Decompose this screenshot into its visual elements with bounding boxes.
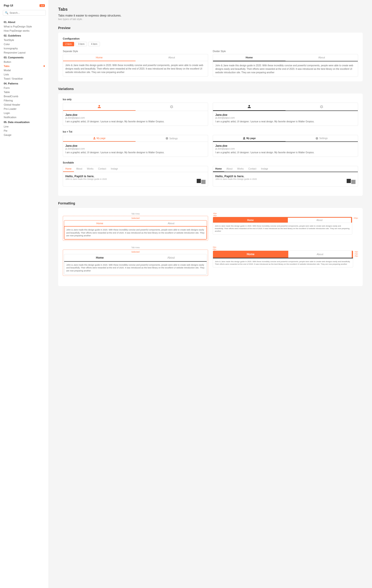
page-subtitle: Tabs make it easier to express deep stru… (58, 14, 363, 17)
scroll-div-contact[interactable]: Contact (246, 166, 258, 172)
scroll-div-instagram[interactable]: Instagr (259, 166, 271, 172)
format-annot-content-2: John & Jane made this design guide in 20… (213, 258, 353, 267)
profile-email-1: ja.doe@papui.com (65, 116, 206, 119)
format-tab-home-1[interactable]: Home (64, 220, 135, 226)
ico-only-divider-col: Jane.doe ja.doe@papui.com I am a graphic… (213, 103, 358, 126)
sidebar-item-table[interactable]: Table (0, 90, 49, 94)
ico-txt-sep-mypage[interactable]: My page (63, 135, 135, 142)
ico-txt-sep-header: My page Settings (63, 135, 208, 142)
sidebar-item-tabs[interactable]: Tabs (0, 64, 49, 68)
scrollable-label: Scrollable (63, 161, 358, 164)
dim-18px: 18px (355, 251, 358, 252)
sidebar-item-button[interactable]: Button (0, 60, 49, 64)
dim-labels-top-2: 32px (213, 246, 353, 248)
sidebar-item-toast[interactable]: Toast / Snackbar (0, 76, 49, 81)
separate-tab-about[interactable]: About (135, 54, 208, 61)
sidebar-item-filtering[interactable]: Filtering (0, 98, 49, 103)
sidebar-item-form[interactable]: Form (0, 86, 49, 90)
tab-area-border-1: Selected Home About John & Jane made thi… (63, 216, 208, 241)
scroll-div-home[interactable]: Home (213, 166, 224, 172)
format-annot-home-2[interactable]: Home (213, 251, 288, 258)
sidebar-item-notification[interactable]: Notification (0, 115, 49, 119)
ico-txt-sep-settings[interactable]: Settings (135, 135, 208, 142)
formatting-heading: Formatting (58, 201, 363, 205)
ico-txt-divider-col: My page Settings Jane.doe ja.doe@papui.c… (213, 135, 358, 157)
profile-bio-1: I am a graphic artist, UI designer. I pu… (65, 120, 206, 123)
tab-area-label-2: Tab Area (63, 246, 208, 249)
sidebar-item-preloader[interactable]: Pre-Loader (0, 107, 49, 111)
scroll-sep-works[interactable]: Works (85, 166, 96, 172)
format-right-1: 40px 24px Home About (213, 213, 358, 241)
sidebar-item-modal[interactable]: Modal (0, 68, 49, 72)
config-btn-2item[interactable]: 2 item (63, 42, 74, 46)
config-label: Configuration (63, 37, 358, 40)
scroll-sep-contact[interactable]: Contact (96, 166, 108, 172)
config-btn-4item[interactable]: 4 item (88, 42, 100, 46)
format-content-1: John & Jane made this design guide in 20… (64, 227, 207, 239)
config-btn-3item[interactable]: 3 item (76, 42, 87, 46)
sidebar-item-global-header[interactable]: Global Header (0, 103, 49, 107)
scroll-sep-content: Hello, PapUI is here. John & Jane made t… (63, 172, 208, 186)
sidebar-item-how[interactable]: How PopDesign works (0, 29, 49, 33)
ico-only-sep-settings[interactable] (135, 103, 208, 111)
format-annot-about[interactable]: About (288, 218, 351, 223)
sidebar-item-line[interactable]: Line (0, 125, 49, 129)
ico-txt-div-mypage[interactable]: My page (213, 135, 286, 142)
dim-24px-2: 24px (355, 253, 358, 255)
dim-42px: 42px (213, 248, 216, 250)
page-desc: two types of tab style. (58, 18, 363, 21)
sidebar-item-what-is[interactable]: What is PopDesign Style (0, 24, 49, 29)
search-icon: 🔍 (5, 11, 8, 14)
divider-tab-about[interactable]: About (286, 54, 358, 61)
ico-only-sep-person[interactable] (63, 103, 135, 111)
sidebar-item-pie[interactable]: Pie (0, 129, 49, 133)
profile-bio-3: I am a graphic artist, UI designer. I pu… (65, 151, 206, 154)
scrollable-divider-col: Home About Works Contact Instagr Hello, … (213, 166, 358, 187)
sidebar-item-color[interactable]: Color (0, 42, 49, 46)
scrollable-row: Home About Works Contact Instagr Hello, … (63, 166, 358, 187)
format-tab-home-2[interactable]: Home (64, 254, 135, 261)
profile-name-3: Jane.doe (65, 144, 206, 147)
dim-40px: 40px (213, 213, 217, 214)
divider-style-tabs: Home About John & Jane made this design … (213, 54, 358, 77)
format-tab-about-1[interactable]: About (135, 220, 207, 226)
ico-only-div-profile: Jane.doe ja.doe@papui.com I am a graphic… (213, 111, 358, 126)
scroll-sep-instagram[interactable]: Instagr (108, 166, 120, 172)
variations-card: Ico only Jane.doe (58, 94, 363, 196)
sidebar-item-textstyle[interactable]: TextStyle (0, 38, 49, 42)
ico-only-div-settings[interactable] (286, 103, 358, 110)
scroll-div-works[interactable]: Works (235, 166, 246, 172)
format-tab-header-1: Home About (64, 220, 207, 227)
sidebar-item-responsive[interactable]: Responsive Layout (0, 51, 49, 55)
ico-txt-div-settings[interactable]: Settings (286, 135, 358, 141)
search-input[interactable] (10, 11, 44, 14)
sidebar-search-container[interactable]: 🔍 (3, 10, 46, 16)
ico-only-div-person[interactable] (213, 103, 286, 111)
config-buttons: 2 item 3 item 4 item (63, 42, 358, 46)
scroll-sep-home[interactable]: Home (63, 166, 74, 172)
format-annot-about-2[interactable]: About (288, 251, 352, 258)
sidebar-item-iconography[interactable]: Iconography (0, 46, 49, 51)
sidebar-item-lists[interactable]: Lists (0, 72, 49, 76)
ico-txt-section: Ico + Txt My page Settings (63, 130, 358, 157)
dim-290px: 290px (354, 217, 358, 219)
format-annot-main: 40px 24px Home About (213, 213, 352, 235)
separate-tab-content: John & Jane made this design guide in 20… (63, 61, 208, 76)
sidebar-logo: Pap UI 1.0 (0, 4, 49, 10)
separate-style-tabs: Home About John & Jane made this design … (63, 54, 208, 76)
scroll-sep-about[interactable]: About (74, 166, 85, 172)
format-content-2: John & Jane made this design guide in 20… (64, 262, 207, 274)
sidebar-item-gauge[interactable]: Gauge (0, 133, 49, 137)
scroll-div-about[interactable]: About (224, 166, 235, 172)
format-annot-home[interactable]: Home (213, 218, 288, 223)
sidebar-item-breadcrumb[interactable]: BreadCrumb (0, 94, 49, 98)
format-tab-about-2[interactable]: About (135, 254, 207, 261)
format-annotated-1: 40px 24px Home About (213, 213, 358, 235)
orange-right-bar-2 (352, 251, 353, 258)
preview-card: Configuration 2 item 3 item 4 item Separ… (58, 32, 363, 81)
sidebar-section-about: 01. About (0, 19, 49, 24)
dim-top-row: 40px (213, 213, 352, 214)
sidebar-item-login[interactable]: Login (0, 111, 49, 115)
separate-tab-home[interactable]: Home (63, 54, 135, 61)
divider-tab-home[interactable]: Home (213, 54, 286, 61)
